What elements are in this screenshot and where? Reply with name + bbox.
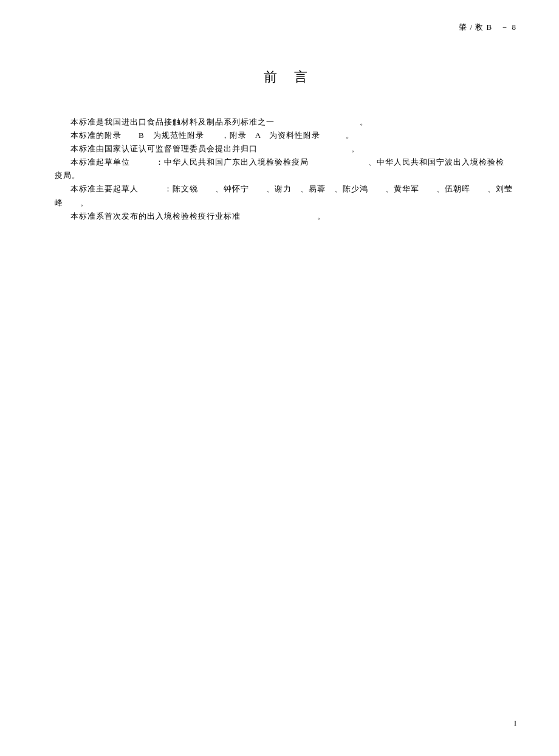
page-number: I <box>514 719 516 728</box>
document-body: 本标准是我国进出口食品接触材料及制品系列标准之一 。 本标准的附录 B 为规范性… <box>55 115 516 223</box>
paragraph-2: 本标准的附录 B 为规范性附录 ，附录 A 为资料性附录 。 <box>55 129 516 142</box>
paragraph-1: 本标准是我国进出口食品接触材料及制品系列标准之一 。 <box>55 115 516 129</box>
paragraph-4-continuation: 疫局。 <box>55 169 516 182</box>
paragraph-5: 本标准主要起草人 ：陈文锐 、钟怀宁 、谢力 、易蓉 、陈少鸿 、黄华军 、伍朝… <box>55 182 516 209</box>
paragraph-4: 本标准起草单位 ：中华人民共和国广东出入境检验检疫局 、中华人民共和国宁波出入境… <box>55 156 516 169</box>
paragraph-3: 本标准由国家认证认可监督管理委员会提出并归口 。 <box>55 142 516 156</box>
document-code: 肇 / 敉 B － 8 <box>459 22 516 33</box>
paragraph-6: 本标准系首次发布的出入境检验检疫行业标准 。 <box>55 210 516 223</box>
page-title: 前言 <box>55 68 516 86</box>
